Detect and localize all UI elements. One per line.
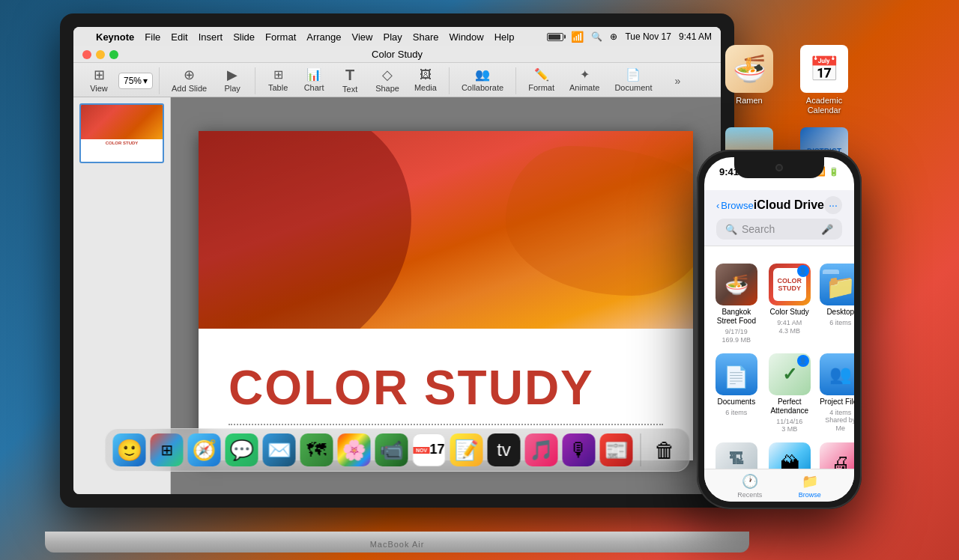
file-item-bangkok[interactable]: 🍜 Bangkok Street Food 9/17/19169.9 MB	[713, 264, 760, 344]
search-bar[interactable]: 🔍 Search 🎤	[716, 219, 842, 240]
menu-format[interactable]: Format	[265, 31, 296, 43]
file-item-scenic-pacific[interactable]: 🏔 Scenic Pacific Trails 6/15/162.4 MB	[769, 442, 811, 469]
keynote-toolbar: Color Study ⊞ View 75% ▾ ⊕ Add Slide	[73, 46, 721, 97]
dock-icon-launchpad[interactable]: ⊞	[151, 433, 184, 466]
toolbar-play-button[interactable]: ▶ Play	[216, 65, 249, 96]
control-center-icon[interactable]: ⊕	[610, 31, 617, 42]
notes-icon: 📝	[455, 439, 479, 462]
toolbar-shape-button[interactable]: ◇ Shape	[369, 65, 405, 96]
dock-icon-trash[interactable]: 🗑	[649, 433, 682, 466]
toolbar-add-slide-button[interactable]: ⊕ Add Slide	[166, 65, 213, 96]
toolbar-format-button[interactable]: ✏️ Format	[522, 66, 560, 95]
slide-thumbnail[interactable]: COLOR STUDY	[79, 103, 164, 163]
dock-icon-photos[interactable]: 🌸	[338, 433, 371, 466]
file-item-perfect-attendance[interactable]: ✓ 👤 Perfect Attendance 11/14/163 MB	[769, 353, 811, 434]
close-button[interactable]	[82, 50, 91, 59]
maximize-button[interactable]	[109, 50, 118, 59]
menu-share[interactable]: Share	[413, 31, 439, 43]
table-icon: ⊞	[273, 69, 283, 81]
menu-file[interactable]: File	[145, 31, 160, 43]
toolbar-document-button[interactable]: 📄 Document	[608, 66, 658, 95]
ramen-icon: 🍜	[725, 45, 773, 93]
file-item-documents[interactable]: 📄 Documents 6 items	[713, 353, 760, 434]
documents-folder-thumbnail: 📄	[716, 353, 757, 395]
toolbar-media-button[interactable]: 🖼 Media	[408, 66, 443, 95]
search-icon: 🔍	[725, 224, 737, 235]
menu-edit[interactable]: Edit	[171, 31, 187, 43]
perfect-attendance-meta: 11/14/163 MB	[776, 418, 802, 434]
toolbar-collaborate-button[interactable]: 👥 Collaborate	[456, 66, 509, 95]
search-icon[interactable]: 🔍	[591, 31, 602, 42]
toolbar-view-button[interactable]: ⊞ View	[82, 65, 115, 96]
project-files-thumbnail: 👥	[820, 353, 854, 395]
desktop-icon-academic-calendar[interactable]: 📅 Academic Calendar	[794, 45, 854, 115]
dock-icon-messages[interactable]: 💬	[226, 433, 258, 466]
toolbar-chart-button[interactable]: 📊 Chart	[297, 66, 330, 95]
battery-icon	[547, 33, 563, 41]
menu-help[interactable]: Help	[494, 31, 515, 43]
file-item-screen-printing[interactable]: 🖨 Screen Printing 5/8/1626.1 MB	[820, 442, 854, 469]
tab-recents[interactable]: 🕐 Recents	[737, 473, 762, 499]
file-item-project-files[interactable]: 👥 Project Files 4 itemsShared by Me	[820, 353, 854, 434]
tab-browse[interactable]: 📁 Browse	[799, 473, 821, 499]
dock-icon-mail[interactable]: ✉️	[263, 433, 296, 466]
menu-window[interactable]: Window	[449, 31, 483, 43]
toolbar-separator-2	[255, 67, 255, 94]
file-item-remodel[interactable]: 🏗 Budget Remodel Projec...udget 5/5/1623…	[713, 442, 760, 469]
desktop-icon-ramen[interactable]: 🍜 Ramen	[719, 45, 779, 106]
back-button[interactable]: ‹ Browse	[716, 200, 754, 211]
dock-icon-appletv[interactable]: tv	[488, 433, 521, 466]
dock-icon-finder[interactable]: 🙂	[113, 433, 146, 466]
bangkok-name: Bangkok Street Food	[713, 308, 760, 326]
dock-icon-news[interactable]: 📰	[600, 433, 633, 466]
remodel-thumbnail: 🏗 Budget	[716, 442, 757, 469]
minimize-button[interactable]	[96, 50, 105, 59]
battery-icon: 🔋	[829, 167, 839, 177]
color-study-name: Color Study	[770, 308, 809, 317]
dock-icon-maps[interactable]: 🗺	[300, 433, 333, 466]
file-item-desktop[interactable]: 📁 Desktop 6 items	[820, 264, 854, 344]
chart-label: Chart	[304, 83, 324, 92]
toolbar-more-button[interactable]: »	[662, 73, 695, 89]
window-title: Color Study	[372, 49, 423, 60]
time-display: 9:41 AM	[679, 31, 712, 42]
add-slide-label: Add Slide	[172, 84, 207, 93]
dock-icon-music[interactable]: 🎵	[525, 433, 558, 466]
toolbar-text-button[interactable]: T Text	[333, 64, 366, 97]
zoom-button[interactable]: 75% ▾	[118, 73, 153, 89]
dock-icon-facetime[interactable]: 📹	[375, 433, 408, 466]
dock-icon-calendar[interactable]: NOV 17	[413, 433, 446, 466]
chevron-left-icon: ‹	[716, 200, 719, 211]
format-icon: ✏️	[534, 69, 549, 81]
toolbar-animate-button[interactable]: ✦ Animate	[563, 66, 605, 95]
menu-insert[interactable]: Insert	[199, 31, 223, 43]
more-options-button[interactable]: ···	[824, 196, 842, 214]
slide-canvas[interactable]: COLOR STUDY	[199, 131, 693, 460]
menu-keynote[interactable]: Keynote	[96, 31, 134, 43]
bangkok-thumbnail: 🍜	[716, 264, 757, 305]
dock-icon-podcasts[interactable]: 🎙	[563, 433, 596, 466]
menu-bar: Keynote File Edit Insert Slide Format Ar…	[73, 27, 721, 46]
menu-play[interactable]: Play	[383, 31, 402, 43]
icloud-header: ‹ Browse iCloud Drive ··· 🔍 Search 🎤	[704, 190, 854, 246]
file-item-color-study[interactable]: COLOR STUDY 👤 Color Study 9:41 AM4.3 MB	[769, 264, 811, 344]
icloud-drive-title: iCloud Drive	[754, 198, 824, 212]
dock-icon-notes[interactable]: 📝	[450, 433, 483, 466]
menu-view[interactable]: View	[352, 31, 373, 43]
microphone-icon[interactable]: 🎤	[821, 224, 833, 235]
menu-slide[interactable]: Slide	[233, 31, 255, 43]
dock-icon-safari[interactable]: 🧭	[188, 433, 221, 466]
menu-bar-right: 📶 🔍 ⊕ Tue Nov 17 9:41 AM	[547, 31, 712, 43]
title-bar: Color Study	[73, 46, 721, 63]
recents-icon: 🕐	[742, 473, 758, 490]
trash-icon: 🗑	[655, 438, 676, 463]
table-label: Table	[268, 83, 288, 92]
dock: 🙂 ⊞ 🧭 💬 ✉️ 🗺 🌸	[105, 428, 690, 472]
slide-main-title: COLOR STUDY	[229, 364, 663, 412]
calendar-month: NOV	[414, 447, 430, 454]
documents-meta: 6 items	[725, 409, 747, 417]
play-label: Play	[224, 84, 240, 93]
menu-arrange[interactable]: Arrange	[306, 31, 341, 43]
project-files-meta: 4 itemsShared by Me	[820, 409, 854, 433]
toolbar-table-button[interactable]: ⊞ Table	[261, 66, 294, 95]
